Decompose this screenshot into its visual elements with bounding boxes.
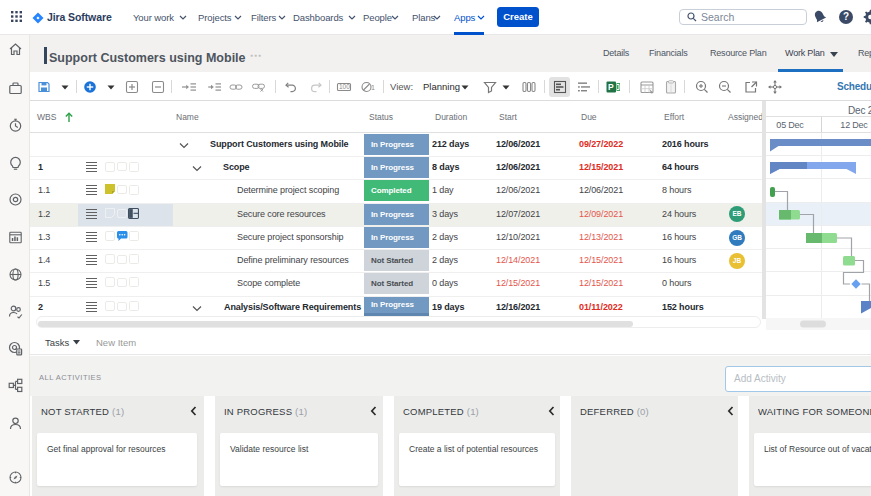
svg-text:P: P — [608, 82, 614, 92]
svg-text:Dec 2021: Dec 2021 — [848, 105, 871, 116]
svg-text:05 Dec: 05 Dec — [776, 120, 804, 130]
svg-text:1: 1 — [371, 84, 375, 91]
svg-text:12 Dec: 12 Dec — [840, 120, 868, 130]
svg-text:100: 100 — [339, 83, 350, 90]
